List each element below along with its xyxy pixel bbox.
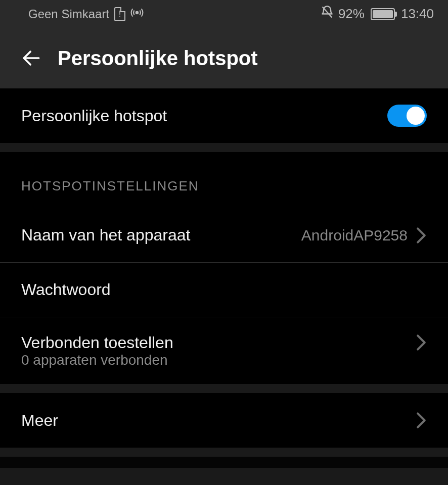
battery-icon [371, 8, 395, 20]
more-label: Meer [21, 411, 58, 430]
status-bar: Geen Simkaart ! 92% 13:40 [0, 0, 448, 28]
battery-percent: 92% [338, 6, 365, 22]
title-bar: Persoonlijke hotspot [0, 28, 448, 88]
toggle-knob [407, 107, 425, 125]
svg-point-0 [136, 11, 138, 13]
hotspot-toggle-label: Persoonlijke hotspot [21, 107, 167, 125]
page-title: Persoonlijke hotspot [58, 47, 258, 70]
status-left: Geen Simkaart ! [28, 6, 144, 22]
row-more[interactable]: Meer [0, 393, 448, 448]
chevron-right-icon [416, 334, 427, 351]
chevron-right-icon [416, 227, 427, 244]
mute-icon [320, 5, 334, 23]
section-hotspot-settings: HOTSPOTINSTELLINGEN Naam van het apparaa… [0, 152, 448, 384]
section-more: Meer [0, 393, 448, 448]
status-right: 92% 13:40 [320, 5, 434, 23]
row-hotspot-toggle[interactable]: Persoonlijke hotspot [0, 88, 448, 143]
connected-subtext: 0 apparaten verbonden [21, 352, 168, 368]
device-name-value: AndroidAP9258 [301, 227, 413, 244]
hotspot-toggle[interactable] [387, 105, 427, 127]
hotspot-icon [130, 6, 144, 22]
section-toggle: Persoonlijke hotspot [0, 88, 448, 143]
device-name-label: Naam van het apparaat [21, 226, 190, 245]
back-button[interactable] [20, 47, 42, 69]
sim-status-text: Geen Simkaart [28, 7, 109, 21]
section-header-text: HOTSPOTINSTELLINGEN [21, 178, 199, 193]
sim-alert-icon: ! [114, 7, 125, 21]
row-connected-devices[interactable]: Verbonden toestellen 0 apparaten verbond… [0, 317, 448, 384]
clock: 13:40 [401, 6, 434, 22]
row-device-name[interactable]: Naam van het apparaat AndroidAP9258 [0, 208, 448, 263]
section-header: HOTSPOTINSTELLINGEN [0, 152, 448, 208]
connected-label: Verbonden toestellen [21, 333, 173, 352]
row-password[interactable]: Wachtwoord [0, 263, 448, 317]
chevron-right-icon [416, 412, 427, 429]
password-label: Wachtwoord [21, 280, 111, 299]
